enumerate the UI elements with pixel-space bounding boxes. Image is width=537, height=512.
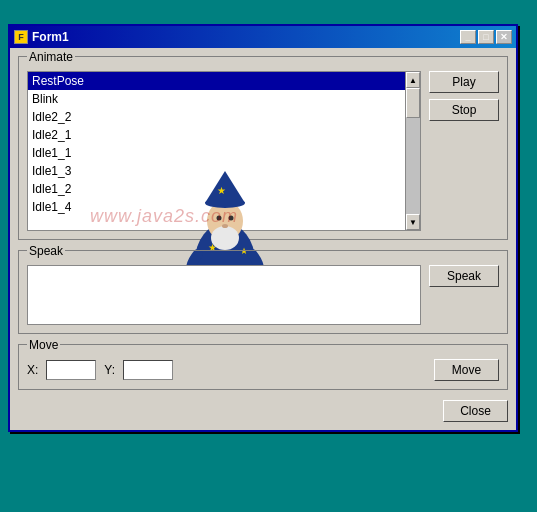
scroll-up-button[interactable]: ▲ <box>406 72 420 88</box>
scroll-down-button[interactable]: ▼ <box>406 214 420 230</box>
close-row: Close <box>18 400 508 422</box>
animate-group: Animate RestPose Blink Idle2_2 Idle2_1 I… <box>18 56 508 240</box>
window-close-button[interactable]: ✕ <box>496 30 512 44</box>
speak-group: Speak Speak <box>18 250 508 334</box>
list-item[interactable]: Idle2_2 <box>28 108 405 126</box>
title-bar-left: F Form1 <box>14 30 69 44</box>
move-button[interactable]: Move <box>434 359 499 381</box>
speak-group-label: Speak <box>27 244 65 258</box>
animate-listbox-container: RestPose Blink Idle2_2 Idle2_1 Idle1_1 I… <box>27 71 421 231</box>
y-input[interactable] <box>123 360 173 380</box>
window-body: Animate RestPose Blink Idle2_2 Idle2_1 I… <box>10 48 516 430</box>
y-label: Y: <box>104 363 115 377</box>
list-item[interactable]: Idle1_2 <box>28 180 405 198</box>
stop-button[interactable]: Stop <box>429 99 499 121</box>
list-item[interactable]: Idle1_1 <box>28 144 405 162</box>
animate-group-label: Animate <box>27 50 75 64</box>
animate-buttons: Play Stop <box>429 71 499 121</box>
move-content: X: Y: Move <box>27 359 499 381</box>
move-group-label: Move <box>27 338 60 352</box>
animate-group-content: RestPose Blink Idle2_2 Idle2_1 Idle1_1 I… <box>27 71 499 231</box>
title-bar: F Form1 _ □ ✕ <box>10 26 516 48</box>
list-item[interactable]: Idle1_3 <box>28 162 405 180</box>
minimize-button[interactable]: _ <box>460 30 476 44</box>
scroll-track <box>406 88 420 214</box>
animate-listbox[interactable]: RestPose Blink Idle2_2 Idle2_1 Idle1_1 I… <box>27 71 405 231</box>
main-window: F Form1 _ □ ✕ Animate RestPose Blink Idl… <box>8 24 518 432</box>
speak-buttons: Speak <box>429 265 499 287</box>
maximize-button[interactable]: □ <box>478 30 494 44</box>
speak-button[interactable]: Speak <box>429 265 499 287</box>
list-item[interactable]: Blink <box>28 90 405 108</box>
scroll-thumb[interactable] <box>406 88 420 118</box>
title-buttons: _ □ ✕ <box>460 30 512 44</box>
speak-textarea[interactable] <box>27 265 421 325</box>
x-label: X: <box>27 363 38 377</box>
list-item[interactable]: RestPose <box>28 72 405 90</box>
animate-scrollbar[interactable]: ▲ ▼ <box>405 71 421 231</box>
play-button[interactable]: Play <box>429 71 499 93</box>
list-item[interactable]: Idle2_1 <box>28 126 405 144</box>
close-button[interactable]: Close <box>443 400 508 422</box>
move-group: Move X: Y: Move <box>18 344 508 390</box>
x-input[interactable] <box>46 360 96 380</box>
window-title: Form1 <box>32 30 69 44</box>
window-icon: F <box>14 30 28 44</box>
list-item[interactable]: Idle1_4 <box>28 198 405 216</box>
